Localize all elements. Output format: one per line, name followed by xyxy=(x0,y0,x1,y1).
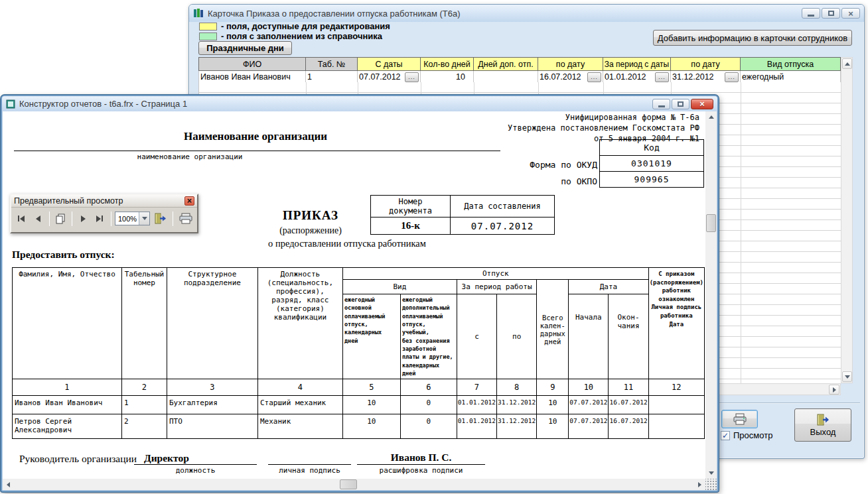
th-total-days: Всего кален- дарных дней xyxy=(537,280,569,379)
position-caption: должность xyxy=(134,466,257,475)
previous-page-button[interactable] xyxy=(31,211,46,227)
scroll-down-button[interactable] xyxy=(842,371,852,382)
yellow-swatch xyxy=(199,23,217,31)
zoom-select[interactable]: 100% xyxy=(115,212,151,225)
code-table: Код 0301019 909965 xyxy=(599,139,704,188)
row-end: 16.07.2012 xyxy=(609,396,648,414)
report-window-title: Конструктор отчетов - t6a.frx - Страница… xyxy=(19,99,187,109)
vertical-scrollbar[interactable] xyxy=(841,57,853,383)
row-period-from: 01.01.2012 xyxy=(457,396,496,414)
chevron-down-icon[interactable] xyxy=(139,212,149,225)
cell-extra-days[interactable] xyxy=(474,71,538,83)
th-period: За период работы xyxy=(457,280,536,294)
cell-vac-type[interactable]: ежегодный xyxy=(741,71,841,83)
maximize-button[interactable] xyxy=(672,99,689,109)
col-number: 1 xyxy=(13,379,122,396)
pages-icon[interactable] xyxy=(53,211,68,227)
date-picker-button[interactable]: ... xyxy=(725,72,739,82)
cell-period-to-value: 31.12.2012 xyxy=(672,72,714,82)
position-value: Директор xyxy=(144,452,189,464)
row-period-to: 31.12.2012 xyxy=(497,396,537,414)
cell-tab-num[interactable]: 1 xyxy=(306,71,358,83)
col-header-vac-type[interactable]: Вид отпуска xyxy=(741,57,841,71)
okud-label: Форма по ОКУД xyxy=(467,160,597,170)
row-main-days: 10 xyxy=(342,414,400,439)
date-picker-button[interactable]: ... xyxy=(587,72,601,82)
th-fio: Фамилия, Имя, Отчество xyxy=(13,268,122,379)
print-button[interactable] xyxy=(721,410,758,428)
scrollbar-thumb[interactable] xyxy=(340,479,357,489)
close-button[interactable]: × xyxy=(841,8,860,19)
th-position: Должность (специальность, профессия), ра… xyxy=(257,268,342,379)
resize-grip[interactable] xyxy=(705,479,717,490)
vertical-scrollbar[interactable] xyxy=(705,111,717,479)
toolbar-separator xyxy=(72,212,72,226)
preview-toolbar: Предварительный просмотр × 100% xyxy=(10,194,198,233)
doc-date-value: 07.07.2012 xyxy=(451,217,555,235)
scroll-up-button[interactable] xyxy=(706,112,716,122)
row-fio: Петров Сергей Александрович xyxy=(13,414,122,439)
zoom-value: 100% xyxy=(115,215,139,223)
signature-line xyxy=(134,464,257,465)
row-position: Механик xyxy=(257,414,342,439)
cell-days[interactable]: 10 xyxy=(421,71,474,83)
vacation-form-table: Фамилия, Имя, Отчество Табельный номер С… xyxy=(12,267,705,439)
th-kind: Вид xyxy=(342,280,457,294)
order-subtitle: (распоряжение) xyxy=(192,225,429,236)
report-app-icon xyxy=(6,99,15,109)
preview-toolbar-titlebar[interactable]: Предварительный просмотр × xyxy=(11,195,197,208)
stamp-line: Унифицированная форма № Т-6а xyxy=(508,112,699,123)
scroll-up-button[interactable] xyxy=(842,58,852,69)
personal-sign-caption: личная подпись xyxy=(268,466,351,475)
close-button[interactable]: × xyxy=(691,99,713,109)
cell-period-from[interactable]: 01.01.2012 ... xyxy=(603,71,671,83)
minimize-button[interactable] xyxy=(652,99,670,109)
col-header-days[interactable]: Кол-во дней xyxy=(421,57,474,71)
row-dept: Бухгалтерия xyxy=(167,396,257,414)
legend-editable: - поля, доступные для редактирования xyxy=(199,21,390,31)
exit-button[interactable]: Выход xyxy=(794,408,851,442)
scroll-right-button[interactable] xyxy=(829,385,839,395)
order-caption: о предоставлении отпуска работникам xyxy=(199,238,495,249)
maximize-button[interactable] xyxy=(822,8,840,19)
add-info-button[interactable]: Добавить информацию в карточки сотрудник… xyxy=(653,30,852,46)
cell-period-to[interactable]: 31.12.2012 ... xyxy=(671,71,741,83)
legend-reference: - поля с заполнением из справочника xyxy=(199,31,382,41)
org-name: Наименование организации xyxy=(66,130,445,143)
col-header-tab-num[interactable]: Таб. № xyxy=(306,57,358,71)
manager-label: Руководитель организации xyxy=(19,453,137,465)
print-button[interactable] xyxy=(177,211,194,227)
cell-to-date[interactable]: 16.07.2012 ... xyxy=(538,71,603,83)
col-header-from-date[interactable]: С даты xyxy=(358,57,421,71)
minimize-button[interactable] xyxy=(802,8,820,19)
horizontal-scrollbar[interactable] xyxy=(3,479,705,490)
preview-checkbox[interactable]: ✓ xyxy=(721,431,730,440)
holidays-button[interactable]: Праздничные дни xyxy=(198,41,292,55)
cell-from-date[interactable]: 07.07.2012 ... xyxy=(358,71,421,83)
report-window: Конструктор отчетов - t6a.frx - Страница… xyxy=(1,95,719,492)
row-dept: ПТО xyxy=(167,414,257,439)
preview-option[interactable]: ✓ Просмотр xyxy=(721,430,772,440)
th-tab: Табельный номер xyxy=(121,268,167,379)
close-icon[interactable]: × xyxy=(184,196,194,206)
last-page-button[interactable] xyxy=(92,211,108,227)
col-header-to-date[interactable]: по дату xyxy=(538,57,603,71)
date-picker-button[interactable]: ... xyxy=(405,72,419,82)
scroll-down-button[interactable] xyxy=(706,468,716,478)
scrollbar-thumb[interactable] xyxy=(706,214,716,232)
col-header-extra-days[interactable]: Дней доп. отп. xyxy=(474,57,538,71)
next-page-button[interactable] xyxy=(76,211,91,227)
date-picker-button[interactable]: ... xyxy=(655,72,669,82)
col-header-period-from[interactable]: За период с даты xyxy=(603,57,671,71)
col-header-fio[interactable]: ФИО xyxy=(198,57,306,71)
scroll-right-button[interactable] xyxy=(695,479,705,489)
close-preview-button[interactable] xyxy=(151,211,169,227)
cell-fio[interactable]: Иванов Иван Иванович xyxy=(198,71,306,83)
col-number: 3 xyxy=(167,379,257,396)
first-page-button[interactable] xyxy=(14,211,29,227)
row-sign xyxy=(648,396,704,414)
card-titlebar[interactable]: Карточка Приказа о предоставлении отпуск… xyxy=(189,5,864,22)
scroll-left-button[interactable] xyxy=(3,479,13,489)
report-titlebar[interactable]: Конструктор отчетов - t6a.frx - Страница… xyxy=(2,96,717,111)
col-header-period-to[interactable]: по дату xyxy=(671,57,741,71)
